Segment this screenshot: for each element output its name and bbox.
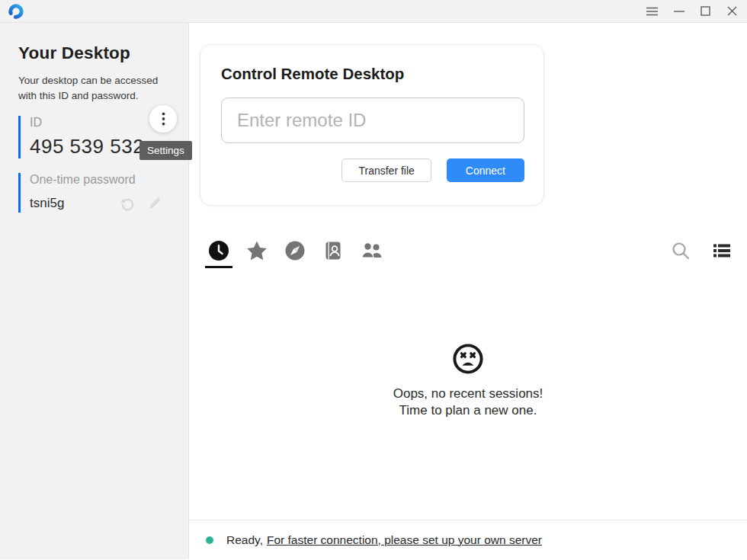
setup-server-link[interactable]: For faster connection, please set up you… <box>267 533 542 547</box>
settings-tooltip: Settings <box>139 141 192 160</box>
main-area: Control Remote Desktop Transfer file Con… <box>189 23 747 559</box>
status-text: Ready, <box>226 533 263 547</box>
tab-recent-sessions[interactable] <box>208 240 229 261</box>
your-desktop-panel: Your Desktop Your desktop can be accesse… <box>0 23 189 559</box>
control-remote-desktop-card: Control Remote Desktop Transfer file Con… <box>200 44 544 206</box>
close-icon[interactable] <box>726 5 738 17</box>
tab-group[interactable] <box>361 240 382 261</box>
tab-discovered[interactable] <box>284 240 306 261</box>
recent-sessions-empty-state: Oops, no recent sessions! Time to plan a… <box>189 264 747 520</box>
dizzy-face-icon <box>451 342 485 376</box>
connect-button[interactable]: Connect <box>447 158 524 182</box>
tab-address-book[interactable] <box>322 240 344 261</box>
password-label: One-time password <box>30 173 188 187</box>
maximize-icon[interactable] <box>700 5 711 17</box>
status-dot-icon <box>206 536 213 544</box>
app-logo-icon <box>8 3 24 20</box>
panel-title: Your Desktop <box>18 43 188 63</box>
clock-icon <box>208 240 229 261</box>
star-icon <box>246 240 268 261</box>
compass-icon <box>284 240 306 261</box>
group-icon <box>361 240 383 261</box>
tab-favorites[interactable] <box>246 240 268 261</box>
window-controls <box>646 5 738 17</box>
statusbar: Ready, For faster connection, please set… <box>189 520 747 559</box>
remote-id-input[interactable] <box>221 98 524 143</box>
list-view-icon[interactable] <box>713 244 730 258</box>
titlebar <box>0 0 747 23</box>
empty-state-line2: Time to plan a new one. <box>399 402 537 419</box>
edit-password-icon[interactable] <box>147 196 162 211</box>
address-book-icon <box>322 240 344 261</box>
search-icon[interactable] <box>671 241 691 261</box>
password-section: One-time password tsni5g <box>18 173 188 213</box>
transfer-file-button[interactable]: Transfer file <box>341 158 431 182</box>
menu-icon[interactable] <box>646 5 658 17</box>
id-menu-button[interactable] <box>149 105 177 133</box>
empty-state-line1: Oops, no recent sessions! <box>393 386 543 402</box>
minimize-icon[interactable] <box>673 5 684 17</box>
card-title: Control Remote Desktop <box>221 65 523 83</box>
session-tabbar <box>189 237 747 264</box>
refresh-password-icon[interactable] <box>120 196 136 212</box>
password-value[interactable]: tsni5g <box>30 196 64 211</box>
kebab-icon <box>162 112 165 126</box>
panel-description: Your desktop can be accessed with this I… <box>18 73 175 103</box>
active-tab-underline <box>205 266 232 268</box>
